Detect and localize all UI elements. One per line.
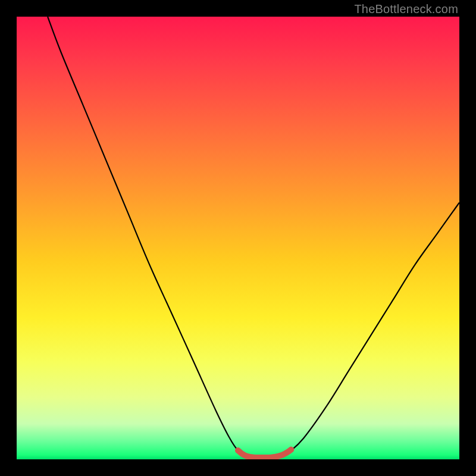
chart-svg (17, 17, 459, 459)
plot-area (17, 17, 459, 459)
optimal-zone-marker (238, 450, 291, 458)
chart-frame: TheBottleneck.com (0, 0, 476, 476)
watermark-text: TheBottleneck.com (354, 2, 458, 16)
bottleneck-curve (48, 17, 459, 458)
